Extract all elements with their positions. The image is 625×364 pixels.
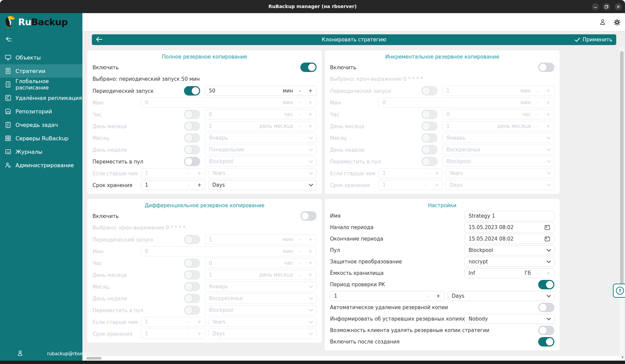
field-label: Переместить в пул [330,159,381,165]
spinner-input[interactable]: 1-+ [378,168,443,178]
spinner-input[interactable]: 1-+ [141,180,206,190]
select-input[interactable]: Days [208,329,317,339]
select-input[interactable]: Январь [205,282,317,292]
scroll-down-icon[interactable]: ▼ [622,356,624,359]
calendar-icon[interactable] [544,224,550,230]
select-input[interactable]: Январь [205,133,317,143]
settings-gear-icon[interactable] [613,19,621,28]
select-input[interactable]: Days [446,180,554,190]
select-input[interactable]: Years [208,317,317,327]
toggle-switch[interactable] [538,337,554,347]
number-input[interactable]: 0час-+ [205,258,317,268]
number-input[interactable]: 0час-+ [442,109,554,119]
select-input[interactable]: Days [208,180,317,190]
toggle-switch[interactable] [184,157,200,166]
decrement-button[interactable]: - [299,88,301,94]
increment-button[interactable]: + [197,182,201,188]
settings-row: Включить после создания [330,336,554,348]
sidebar-item-monitor[interactable]: Объекты [0,51,82,64]
sidebar-item-task-queue[interactable]: Очередь задач [0,118,82,132]
user-account-icon[interactable] [599,19,606,27]
select-value: Blockpool [469,247,545,253]
number-input[interactable]: 1мин-+ [205,234,317,245]
select-input[interactable]: Blockpool [465,245,554,255]
close-button[interactable] [615,3,622,10]
field-row: МесяцЯнварь [93,281,317,293]
sidebar-item-label: Администрирование [15,162,74,169]
increment-button[interactable]: + [308,88,312,94]
select-input[interactable]: Years [208,168,317,178]
toggle-switch[interactable] [538,63,554,72]
select-input[interactable]: Воскресенье [442,145,554,155]
spinner-input[interactable]: 1-+ [378,180,443,190]
select-input[interactable]: Days [448,291,554,301]
number-input[interactable]: 1день месяца-+ [205,270,317,280]
calendar-icon[interactable] [544,236,550,242]
number-input[interactable]: 1мин-+ [442,86,554,96]
sidebar-item-replication[interactable]: Удалённая репликация [0,91,82,105]
servers-icon [5,135,11,142]
scrollbar-thumb[interactable] [620,51,624,292]
spinner-input[interactable]: 1-+ [330,291,444,301]
settings-row: Ёмкость хранилищаInfГб-+ [330,267,554,279]
select-input[interactable]: Years [446,168,554,178]
hscrollbar-thumb[interactable] [86,357,102,360]
text-input[interactable]: Strategy 1 [465,211,554,221]
toggle-switch[interactable] [538,280,554,289]
spinner-input[interactable]: 1-+ [141,168,206,178]
field-row: День месяца1день месяца-+ [330,120,554,132]
sidebar-item-repository[interactable]: Репозиторий [0,105,82,118]
collapse-sidebar-button[interactable] [0,31,82,47]
select-input[interactable]: Blockpool [442,156,554,167]
number-input[interactable]: 1день месяца-+ [442,121,554,131]
sidebar-item-admin[interactable]: Администрирование [0,158,82,172]
vertical-scrollbar[interactable] [619,47,624,361]
number-input[interactable]: 0мин-+ [141,98,317,108]
input-value: 0 [446,111,519,117]
number-input[interactable]: 0час-+ [205,109,317,119]
select-input[interactable]: nocrypt [465,257,554,267]
toggle-knob [545,337,554,346]
field-row: Если старше чем1-+Years [330,168,554,179]
decrement-button[interactable]: - [188,182,190,188]
select-input[interactable]: Понедельник [205,145,317,155]
increment-button[interactable]: + [436,293,440,299]
toggle-switch[interactable] [300,63,317,72]
spinner-input[interactable]: 1-+ [141,317,206,327]
select-input[interactable]: Nobody [465,314,554,324]
toggle-switch[interactable] [538,326,554,335]
sidebar-item-schedule[interactable]: Глобальное расписание [0,78,82,91]
chevron-down-icon [309,319,313,323]
decrement-button[interactable]: - [427,293,429,299]
sidebar-item-servers[interactable]: Серверы RuBackup [0,132,82,145]
select-input[interactable]: Blockpool [205,156,317,167]
toggle-knob [539,63,547,72]
apply-button[interactable]: Применить [575,34,612,45]
chevron-down-icon [309,307,313,312]
date-input[interactable]: 15.05.2024 08:02 [465,234,554,244]
spinner-input[interactable]: 1-+ [141,329,206,339]
toggle-switch[interactable] [184,86,200,96]
number-input[interactable]: 0мин-+ [378,98,554,108]
number-input[interactable]: 0мин-+ [141,246,317,256]
toggle-switch[interactable] [538,303,554,312]
increment-button: + [546,123,550,129]
select-input[interactable]: Воскресенье [205,293,317,303]
toggle-switch[interactable] [300,211,317,221]
field-label: Имя [330,213,341,219]
date-input[interactable]: 15.05.2023 08:02 [465,222,554,232]
number-input[interactable]: InfГб-+ [465,268,554,278]
help-button[interactable]: ? [613,284,625,298]
toggle-switch [184,235,200,244]
restore-button[interactable] [603,3,610,10]
horizontal-scrollbar[interactable] [82,356,619,361]
select-input[interactable]: Blockpool [205,305,317,315]
number-input[interactable]: 50мин-+ [205,86,317,96]
number-input[interactable]: 1день месяца-+ [205,121,317,131]
toggle-switch [421,86,438,96]
minimize-button[interactable] [592,3,599,10]
select-input[interactable]: Январь [442,133,554,143]
sidebar-item-document[interactable]: Стратегии [0,64,82,78]
sidebar-item-logs[interactable]: logЖурналы [0,145,82,158]
increment-button: + [546,111,550,117]
